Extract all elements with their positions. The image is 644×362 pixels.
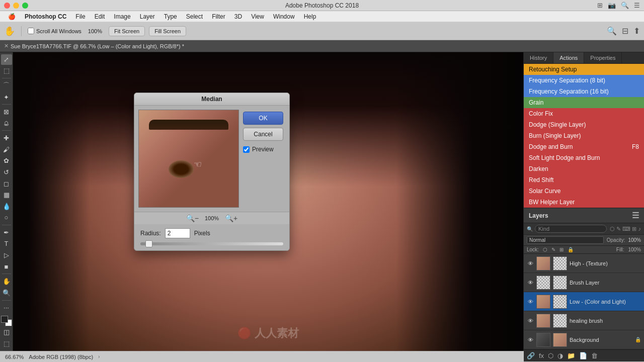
menu-window[interactable]: Window bbox=[269, 12, 299, 21]
menu-photoshop[interactable]: Photoshop CC bbox=[21, 12, 70, 21]
menu-icon[interactable]: ☰ bbox=[634, 2, 640, 9]
fill-value[interactable]: 100% bbox=[628, 247, 641, 252]
new-layer-icon[interactable]: 📄 bbox=[579, 352, 587, 359]
layer-visibility-high[interactable]: 👁 bbox=[527, 260, 534, 267]
action-bw-helper[interactable]: BW Helper Layer bbox=[524, 197, 644, 208]
fill-screen-button[interactable]: Fill Screen bbox=[149, 26, 186, 36]
healing-brush-tool[interactable]: ✚ bbox=[1, 133, 12, 143]
add-mask-icon[interactable]: ⬡ bbox=[548, 352, 553, 359]
menu-layer[interactable]: Layer bbox=[136, 12, 159, 21]
delete-layer-icon[interactable]: 🗑 bbox=[591, 352, 598, 359]
opacity-value[interactable]: 100% bbox=[628, 237, 641, 243]
zoom-tool[interactable]: 🔍 bbox=[1, 288, 12, 298]
radius-slider-thumb[interactable] bbox=[145, 240, 152, 247]
shape-tool[interactable]: ■ bbox=[1, 261, 12, 272]
action-freq-sep-16[interactable]: Frequency Separation (16 bit) bbox=[524, 86, 644, 97]
minimize-button[interactable] bbox=[13, 3, 19, 9]
scroll-all-windows-checkbox[interactable] bbox=[28, 28, 34, 34]
median-cancel-button[interactable]: Cancel bbox=[243, 128, 283, 141]
action-darken[interactable]: Darken bbox=[524, 163, 644, 174]
menu-image[interactable]: Image bbox=[110, 12, 134, 21]
menu-select[interactable]: Select bbox=[182, 12, 207, 21]
menu-help[interactable]: Help bbox=[300, 12, 320, 21]
screen-mode-tool[interactable]: ⬚ bbox=[1, 338, 12, 349]
layer-high-texture[interactable]: 👁 High - (Texture) bbox=[524, 254, 644, 273]
camera-icon[interactable]: 📷 bbox=[608, 2, 616, 9]
hand-tool[interactable]: ✋ bbox=[1, 276, 12, 287]
maximize-button[interactable] bbox=[22, 3, 28, 9]
zoom-in-icon[interactable]: 🔍+ bbox=[225, 214, 237, 222]
path-selection-tool[interactable]: ▷ bbox=[1, 250, 12, 260]
blend-mode-dropdown[interactable]: Normal bbox=[527, 236, 604, 244]
menu-type[interactable]: Type bbox=[160, 12, 181, 21]
median-preview-checkbox[interactable] bbox=[243, 146, 250, 153]
median-ok-button[interactable]: OK bbox=[243, 112, 283, 125]
tab-close-button[interactable]: ✕ bbox=[4, 43, 9, 49]
hand-tool-icon[interactable]: ✋ bbox=[4, 26, 15, 37]
fit-screen-button[interactable]: Fit Screen bbox=[109, 26, 145, 36]
lock-position-icon[interactable]: ✎ bbox=[551, 247, 555, 252]
layer-visibility-background[interactable]: 👁 bbox=[527, 336, 534, 343]
share-icon[interactable]: ⬆ bbox=[633, 26, 640, 36]
panels-icon[interactable]: ⊟ bbox=[622, 26, 628, 36]
more-tools[interactable]: ··· bbox=[1, 303, 12, 313]
action-solar-curve[interactable]: Solar Curve bbox=[524, 186, 644, 197]
action-grain[interactable]: Grain bbox=[524, 97, 644, 108]
layers-kind-dropdown[interactable]: Kind bbox=[535, 225, 607, 233]
pen-tool[interactable]: ✒ bbox=[1, 227, 12, 238]
color-swatches[interactable] bbox=[1, 316, 12, 326]
marquee-tool[interactable]: ⬚ bbox=[1, 66, 12, 76]
layer-visibility-low[interactable]: 👁 bbox=[527, 298, 534, 305]
action-retouching-setup[interactable]: Retouching Setup bbox=[524, 64, 644, 75]
search-icon[interactable]: 🔍 bbox=[621, 2, 629, 9]
radius-input[interactable]: 2 bbox=[165, 228, 190, 238]
dodge-tool[interactable]: ○ bbox=[1, 213, 12, 223]
lock-all-icon[interactable]: ⊞ bbox=[559, 247, 564, 252]
search-icon[interactable]: 🔍 bbox=[607, 26, 617, 36]
eyedropper-tool[interactable]: 🕭 bbox=[1, 118, 12, 129]
blur-tool[interactable]: 💧 bbox=[1, 201, 12, 212]
action-burn-single[interactable]: Burn (Single Layer) bbox=[524, 130, 644, 141]
grid-icon[interactable]: ⊞ bbox=[597, 2, 603, 9]
layer-effects-icon[interactable]: fx bbox=[539, 352, 544, 359]
tab-history[interactable]: History bbox=[524, 52, 553, 63]
action-dodge-burn[interactable]: Dodge and Burn F8 bbox=[524, 141, 644, 152]
lock-artboard-icon[interactable]: 🔒 bbox=[568, 247, 574, 252]
brush-tool[interactable]: 🖌 bbox=[1, 144, 12, 155]
move-tool[interactable]: ⤢ bbox=[1, 54, 12, 65]
action-red-shift[interactable]: Red Shift bbox=[524, 174, 644, 186]
menu-edit[interactable]: Edit bbox=[91, 12, 109, 21]
action-soft-light[interactable]: Soft Light Dodge and Burn bbox=[524, 152, 644, 163]
close-button[interactable] bbox=[4, 3, 10, 9]
menu-view[interactable]: View bbox=[247, 12, 268, 21]
eraser-tool[interactable]: ◻ bbox=[1, 178, 12, 189]
gradient-tool[interactable]: ▦ bbox=[1, 190, 12, 200]
adjustment-layer-icon[interactable]: ◑ bbox=[557, 352, 563, 359]
new-group-icon[interactable]: 📁 bbox=[567, 352, 575, 359]
menu-filter[interactable]: Filter bbox=[208, 12, 229, 21]
zoom-out-icon[interactable]: 🔍− bbox=[186, 214, 199, 222]
action-dodge-single[interactable]: Dodge (Single Layer) bbox=[524, 119, 644, 130]
menu-3d[interactable]: 3D bbox=[230, 12, 246, 21]
action-color-fix[interactable]: Color Fix bbox=[524, 108, 644, 119]
layer-visibility-brush[interactable]: 👁 bbox=[527, 279, 534, 286]
foreground-color-swatch[interactable] bbox=[1, 316, 8, 323]
quick-mask-tool[interactable]: ◫ bbox=[1, 327, 12, 338]
layer-background[interactable]: 👁 Background 🔒 bbox=[524, 330, 644, 349]
type-tool[interactable]: T bbox=[1, 239, 12, 249]
tab-actions[interactable]: Actions bbox=[553, 52, 584, 63]
lasso-tool[interactable]: ⌒ bbox=[1, 80, 12, 91]
layer-visibility-healing[interactable]: 👁 bbox=[527, 317, 534, 324]
menu-file[interactable]: File bbox=[71, 12, 89, 21]
magic-wand-tool[interactable]: ✦ bbox=[1, 92, 12, 103]
layer-healing-brush[interactable]: 👁 healing brush bbox=[524, 311, 644, 330]
status-arrow-icon[interactable]: › bbox=[98, 354, 100, 359]
lock-pixels-icon[interactable]: ⬡ bbox=[543, 247, 547, 252]
tab-properties[interactable]: Properties bbox=[584, 52, 622, 63]
action-freq-sep-8[interactable]: Frequency Separation (8 bit) bbox=[524, 75, 644, 86]
layer-brush-layer[interactable]: 👁 Brush Layer bbox=[524, 273, 644, 292]
crop-tool[interactable]: ⊠ bbox=[1, 107, 12, 117]
layer-low-color[interactable]: 👁 Low - (Color and Light) bbox=[524, 292, 644, 311]
history-brush-tool[interactable]: ↺ bbox=[1, 167, 12, 177]
clone-stamp-tool[interactable]: ✿ bbox=[1, 156, 12, 166]
